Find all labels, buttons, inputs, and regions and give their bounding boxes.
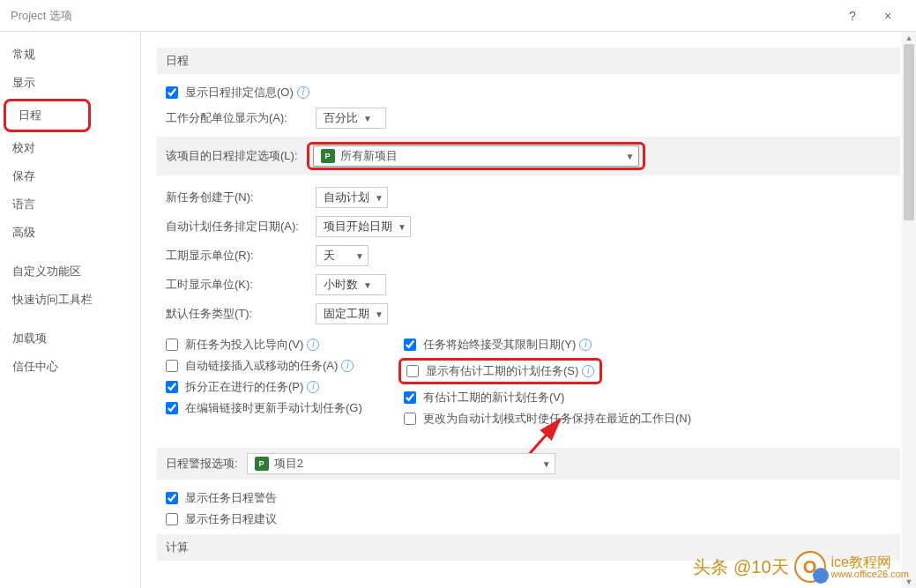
watermark-logo-icon: O bbox=[794, 551, 826, 583]
select-auto-plan[interactable]: 项目开始日期 ▼ bbox=[316, 216, 411, 237]
lbl-split: 拆分正在进行的任务(P) bbox=[185, 379, 303, 395]
select-duration-unit-value: 天 bbox=[324, 248, 335, 264]
help-button[interactable]: ? bbox=[835, 9, 870, 23]
info-icon[interactable] bbox=[307, 381, 319, 393]
scrollbar-thumb[interactable] bbox=[904, 44, 914, 220]
sidebar-item-quick-access[interactable]: 快速访问工具栏 bbox=[0, 286, 140, 314]
main-layout: 常规 显示 日程 校对 保存 语言 高级 自定义功能区 快速访问工具栏 加载项 … bbox=[0, 32, 916, 588]
section-project-schedule: 该项目的日程排定选项(L): P 所有新项目 ▼ bbox=[157, 137, 900, 175]
info-icon[interactable] bbox=[341, 360, 354, 372]
chevron-down-icon: ▼ bbox=[375, 309, 384, 319]
lbl-est-duration-new: 有估计工期的新计划任务(V) bbox=[423, 390, 564, 406]
select-new-task-value: 自动计划 bbox=[324, 190, 369, 205]
lbl-show-est-duration: 显示有估计工期的计划任务(S) bbox=[426, 363, 578, 379]
chevron-down-icon: ▼ bbox=[363, 114, 372, 123]
lbl-auto-plan: 自动计划任务排定日期(A): bbox=[157, 219, 316, 234]
lbl-auto-link: 自动链接插入或移动的任务(A) bbox=[185, 358, 338, 374]
content-panel: 日程 显示日程排定信息(O) 工作分配单位显示为(A): 百分比 ▼ 该项目的日… bbox=[141, 32, 916, 588]
chk-split[interactable] bbox=[166, 381, 178, 393]
lbl-work-unit: 工作分配单位显示为(A): bbox=[157, 110, 316, 126]
watermark: 头条 @10天 O ice教程网 www.office26.com bbox=[693, 551, 909, 583]
select-default-task-type[interactable]: 固定工期 ▼ bbox=[316, 303, 388, 324]
select-new-task[interactable]: 自动计划 ▼ bbox=[316, 187, 388, 208]
lbl-edit-link: 在编辑链接时更新手动计划任务(G) bbox=[185, 400, 362, 416]
lbl-default-task-type: 默认任务类型(T): bbox=[157, 306, 316, 322]
section-schedule-alert: 日程警报选项: P 项目2 ▼ bbox=[157, 448, 900, 480]
lbl-show-schedule-alert: 显示任务日程警告 bbox=[185, 490, 277, 506]
chk-est-duration-new[interactable] bbox=[404, 391, 416, 404]
chk-show-schedule-alert[interactable] bbox=[166, 492, 178, 504]
lbl-keep-nearest: 更改为自动计划模式时使任务保持在最近的工作日(N) bbox=[423, 411, 691, 427]
select-work-time-unit[interactable]: 小时数 ▼ bbox=[316, 274, 386, 295]
sidebar-item-general[interactable]: 常规 bbox=[0, 41, 140, 69]
chk-show-schedule-info[interactable] bbox=[166, 86, 178, 99]
lbl-project-schedule: 该项目的日程排定选项(L): bbox=[166, 148, 298, 164]
sidebar-item-schedule[interactable]: 日程 bbox=[4, 99, 91, 132]
select-auto-plan-value: 项目开始日期 bbox=[324, 219, 392, 234]
select-project-schedule-value: 所有新项目 bbox=[340, 148, 398, 164]
chevron-down-icon: ▼ bbox=[375, 193, 384, 203]
select-work-unit[interactable]: 百分比 ▼ bbox=[316, 108, 386, 129]
sidebar-item-trust-center[interactable]: 信任中心 bbox=[0, 353, 140, 381]
close-button[interactable]: × bbox=[870, 9, 905, 23]
titlebar: Project 选项 ? × bbox=[0, 0, 916, 32]
lbl-work-time-unit: 工时显示单位(K): bbox=[157, 277, 316, 293]
highlight-project-select: P 所有新项目 ▼ bbox=[307, 142, 645, 170]
sidebar-item-customize-ribbon[interactable]: 自定义功能区 bbox=[0, 257, 140, 286]
lbl-task-accept-limit: 任务将始终接受其限制日期(Y) bbox=[423, 337, 576, 353]
info-icon[interactable] bbox=[582, 365, 594, 377]
select-alert-project-value: 项目2 bbox=[274, 456, 303, 472]
select-duration-unit[interactable]: 天 ▼ bbox=[316, 245, 369, 266]
sidebar-item-display[interactable]: 显示 bbox=[0, 69, 140, 97]
chevron-down-icon: ▼ bbox=[355, 251, 364, 261]
chevron-down-icon: ▼ bbox=[363, 280, 372, 290]
chk-auto-link[interactable] bbox=[166, 360, 178, 372]
scrollbar[interactable]: ▲ ▼ bbox=[902, 32, 916, 588]
section-schedule: 日程 bbox=[157, 48, 900, 74]
chk-task-accept-limit[interactable] bbox=[404, 339, 416, 351]
lbl-new-task-effort: 新任务为投入比导向(V) bbox=[185, 337, 303, 353]
select-work-unit-value: 百分比 bbox=[324, 110, 358, 126]
titlebar-title: Project 选项 bbox=[11, 8, 835, 24]
chevron-down-icon: ▼ bbox=[542, 459, 551, 469]
chk-new-task-effort[interactable] bbox=[166, 339, 178, 351]
select-default-task-type-value: 固定工期 bbox=[324, 306, 369, 322]
chevron-down-icon: ▼ bbox=[626, 152, 635, 161]
sidebar-item-language[interactable]: 语言 bbox=[0, 190, 140, 219]
chk-show-schedule-suggest[interactable] bbox=[166, 513, 178, 525]
chevron-down-icon: ▼ bbox=[398, 222, 406, 232]
sidebar-item-proof[interactable]: 校对 bbox=[0, 134, 140, 162]
lbl-new-task: 新任务创建于(N): bbox=[157, 190, 316, 205]
select-project-schedule[interactable]: P 所有新项目 ▼ bbox=[313, 145, 639, 167]
lbl-show-schedule-info: 显示日程排定信息(O) bbox=[185, 85, 294, 100]
sidebar-item-advanced[interactable]: 高级 bbox=[0, 219, 140, 247]
info-icon[interactable] bbox=[579, 339, 592, 351]
chk-edit-link[interactable] bbox=[166, 402, 178, 414]
select-work-time-unit-value: 小时数 bbox=[324, 277, 358, 293]
chk-show-est-duration[interactable] bbox=[406, 365, 419, 377]
chk-keep-nearest[interactable] bbox=[404, 413, 416, 425]
watermark-text2: ice教程网 bbox=[831, 555, 909, 569]
lbl-schedule-alert: 日程警报选项: bbox=[166, 456, 238, 472]
sidebar-item-save[interactable]: 保存 bbox=[0, 162, 140, 190]
project-icon: P bbox=[321, 149, 335, 163]
watermark-url: www.office26.com bbox=[831, 569, 909, 579]
scroll-up-icon[interactable]: ▲ bbox=[902, 32, 916, 44]
lbl-show-schedule-suggest: 显示任务日程建议 bbox=[185, 511, 277, 527]
info-icon[interactable] bbox=[297, 86, 309, 99]
lbl-duration-unit: 工期显示单位(R): bbox=[157, 248, 316, 264]
info-icon[interactable] bbox=[307, 339, 319, 351]
watermark-text1: 头条 @10天 bbox=[693, 555, 788, 579]
project-icon: P bbox=[255, 457, 269, 471]
highlight-est-duration: 显示有估计工期的计划任务(S) bbox=[398, 358, 602, 384]
sidebar-item-addins[interactable]: 加载项 bbox=[0, 324, 140, 353]
select-alert-project[interactable]: P 项目2 ▼ bbox=[247, 453, 555, 474]
sidebar: 常规 显示 日程 校对 保存 语言 高级 自定义功能区 快速访问工具栏 加载项 … bbox=[0, 32, 141, 588]
